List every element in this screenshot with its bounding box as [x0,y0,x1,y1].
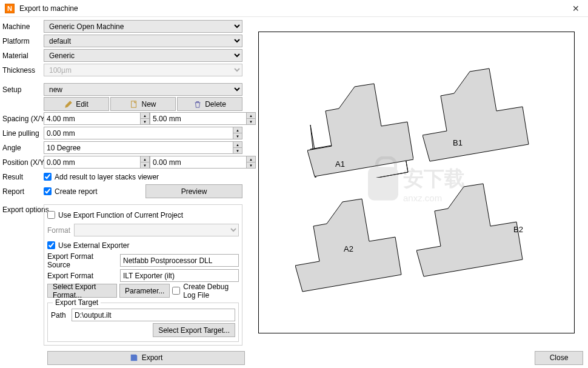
window-title: Export to machine [19,4,569,13]
titlebar: N Export to machine ✕ [0,0,588,17]
exportopts-label: Export options [2,206,44,214]
report-label: Report [2,187,44,196]
new-icon [130,100,138,109]
save-icon [130,353,138,362]
linepull-input[interactable] [44,127,233,139]
setup-select[interactable]: new [44,83,242,96]
trash-icon [193,100,202,109]
addresult-checkbox[interactable]: Add result to layer stacks viewer [44,173,159,181]
delete-button[interactable]: Delete [177,97,242,111]
machine-select[interactable]: Generic Open Machine [44,20,242,33]
preview-button[interactable]: Preview [145,184,242,198]
parameter-button[interactable]: Parameter... [119,284,170,298]
export-options-box: Use Export Function of Current Project F… [44,204,242,346]
position-label: Position (X/Y) [2,158,44,167]
path-label: Path [51,311,69,319]
settings-panel: MachineGeneric Open Machine Platformdefa… [0,17,245,350]
linepull-label: Line pulling [2,129,44,138]
angle-spinner[interactable]: ▲▼ [233,141,242,154]
angle-input[interactable] [44,141,233,154]
spacing-y-input[interactable] [150,112,246,125]
label-a1: A1 [335,159,345,169]
expfmt-label: Export Format [47,272,118,280]
angle-label: Angle [2,144,44,152]
pos-x-input[interactable] [44,156,140,169]
linepull-spinner[interactable]: ▲▼ [233,127,242,139]
edit-button[interactable]: Edit [44,97,109,111]
pos-y-input[interactable] [150,156,246,169]
material-label: Material [2,52,44,60]
srcfmt-input[interactable] [120,254,239,267]
path-input[interactable] [72,309,235,321]
new-button[interactable]: New [110,97,176,111]
useext-checkbox[interactable]: Use External Exporter [47,241,129,250]
preview-canvas: A1 B1 A2 B2 [258,32,575,333]
preview-panel: A1 B1 A2 B2 安下载anxz.com [245,17,588,350]
label-b1: B1 [453,138,463,147]
platform-label: Platform [2,37,44,45]
setup-label: Setup [2,85,44,94]
label-b2: B2 [513,225,523,234]
close-icon[interactable]: ✕ [569,4,583,13]
debug-checkbox[interactable]: Create Debug Log File [172,283,239,299]
label-a2: A2 [344,244,353,253]
usefunc-checkbox[interactable]: Use Export Function of Current Project [47,211,183,219]
thickness-label: Thickness [2,66,44,75]
machine-label: Machine [2,22,44,31]
thickness-select: 100µm [44,64,242,76]
spacing-x-input[interactable] [44,112,140,125]
createrep-checkbox[interactable]: Create report [44,187,145,196]
select-format-button[interactable]: Select Export Format... [47,284,117,298]
shape-b2 [416,181,529,281]
close-button[interactable]: Close [535,351,583,365]
srcfmt-label: Export Format Source [47,252,118,269]
platform-select[interactable]: default [44,35,242,47]
spacing-label: Spacing (X/Y) [2,115,44,123]
shape-b1 [423,65,535,166]
svg-rect-0 [132,101,136,107]
pos-x-spinner[interactable]: ▲▼ [140,156,150,169]
app-icon: N [5,4,15,13]
target-label: Export Target [53,298,101,307]
select-target-button[interactable]: Select Export Target... [153,323,235,337]
spacing-x-spinner[interactable]: ▲▼ [140,112,150,125]
pencil-icon [64,100,73,109]
result-label: Result [2,173,44,181]
export-target-group: Export Target Path Select Export Target.… [47,303,239,342]
format-label: Format [47,226,72,235]
expfmt-input[interactable] [120,269,239,282]
export-button[interactable]: Export [47,351,245,365]
format-select [74,224,239,236]
material-select[interactable]: Generic [44,49,242,62]
shape-a1 [307,81,413,178]
